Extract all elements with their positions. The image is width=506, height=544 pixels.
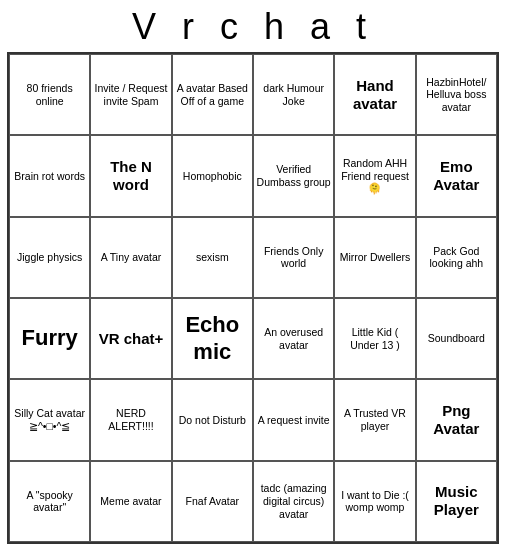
bingo-cell-30: A "spooky avatar" <box>9 461 90 542</box>
bingo-cell-29: Png Avatar <box>416 379 497 460</box>
bingo-cell-15: Friends Only world <box>253 217 334 298</box>
bingo-cell-6: Brain rot words <box>9 135 90 216</box>
bingo-cell-28: A Trusted VR player <box>334 379 415 460</box>
bingo-cell-18: Furry <box>9 298 90 379</box>
bingo-cell-17: Pack God looking ahh <box>416 217 497 298</box>
bingo-cell-11: Emo Avatar <box>416 135 497 216</box>
bingo-cell-16: Mirror Dwellers <box>334 217 415 298</box>
bingo-cell-27: A request invite <box>253 379 334 460</box>
bingo-cell-23: Soundboard <box>416 298 497 379</box>
bingo-cell-12: Jiggle physics <box>9 217 90 298</box>
bingo-cell-35: Music Player <box>416 461 497 542</box>
bingo-cell-24: Silly Cat avatar ≧^•□•^≦ <box>9 379 90 460</box>
bingo-cell-34: I want to Die :( womp womp <box>334 461 415 542</box>
bingo-cell-21: An overused avatar <box>253 298 334 379</box>
bingo-cell-25: NERD ALERT!!!! <box>90 379 171 460</box>
bingo-cell-3: dark Humour Joke <box>253 54 334 135</box>
bingo-cell-10: Random AHH Friend request 🫠 <box>334 135 415 216</box>
bingo-cell-32: Fnaf Avatar <box>172 461 253 542</box>
bingo-cell-7: The N word <box>90 135 171 216</box>
bingo-cell-9: Verified Dumbass group <box>253 135 334 216</box>
bingo-cell-13: A Tiny avatar <box>90 217 171 298</box>
bingo-cell-0: 80 friends online <box>9 54 90 135</box>
bingo-cell-26: Do not Disturb <box>172 379 253 460</box>
bingo-cell-5: HazbinHotel/ Helluva boss avatar <box>416 54 497 135</box>
bingo-cell-14: sexism <box>172 217 253 298</box>
bingo-cell-4: Hand avatar <box>334 54 415 135</box>
bingo-cell-19: VR chat+ <box>90 298 171 379</box>
bingo-cell-22: Little Kid ( Under 13 ) <box>334 298 415 379</box>
bingo-cell-2: A avatar Based Off of a game <box>172 54 253 135</box>
bingo-cell-33: tadc (amazing digital circus) avatar <box>253 461 334 542</box>
bingo-cell-31: Meme avatar <box>90 461 171 542</box>
bingo-cell-1: Invite / Request invite Spam <box>90 54 171 135</box>
page-title: V r c h a t <box>0 0 506 52</box>
bingo-grid: 80 friends onlineInvite / Request invite… <box>7 52 499 544</box>
bingo-cell-8: Homophobic <box>172 135 253 216</box>
bingo-cell-20: Echo mic <box>172 298 253 379</box>
